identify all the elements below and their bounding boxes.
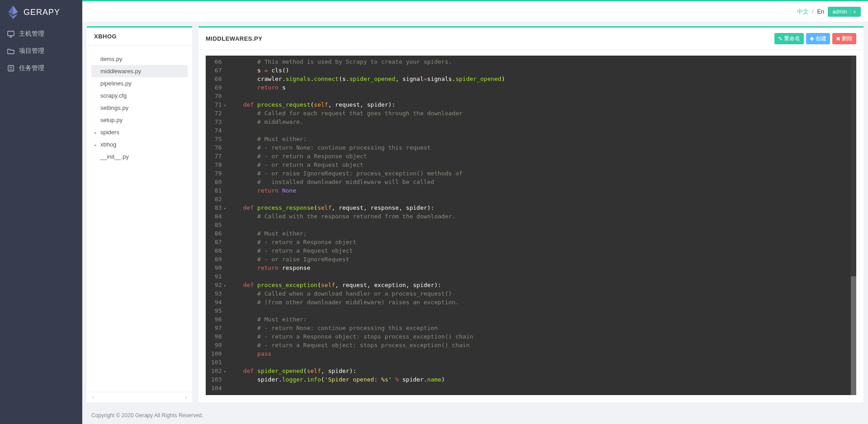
line-number: 69 <box>211 83 222 92</box>
code-line[interactable]: # - return a Request object: stops proce… <box>229 341 853 349</box>
file-tree-item[interactable]: items.py <box>91 53 188 65</box>
code-line[interactable]: def process_response(self, request, resp… <box>229 203 853 212</box>
footer-text: Copyright © 2020 Gerapy All Rights Reser… <box>82 407 868 424</box>
fold-icon[interactable]: ▾ <box>224 282 226 290</box>
line-number: 73 <box>211 118 222 126</box>
line-number: 102▾ <box>211 367 222 375</box>
delete-button[interactable]: ✖ 删除 <box>832 33 856 44</box>
code-line[interactable] <box>229 306 853 315</box>
file-tree-item[interactable]: xbhog <box>91 138 188 151</box>
code-line[interactable]: # This method is used by Scrapy to creat… <box>229 57 853 66</box>
code-line[interactable]: def process_exception(self, request, exc… <box>229 281 853 289</box>
code-line[interactable] <box>229 92 853 100</box>
code-line[interactable]: def process_request(self, request, spide… <box>229 100 853 109</box>
code-line[interactable]: # Called for each request that goes thro… <box>229 109 853 118</box>
line-number: 90 <box>211 264 222 272</box>
code-line[interactable]: # Must either: <box>229 315 853 324</box>
code-line[interactable]: # installed downloader middleware will b… <box>229 178 853 186</box>
code-editor[interactable]: 666768697071▾727374757677787980818283▾84… <box>206 56 856 395</box>
line-number: 86 <box>211 229 222 238</box>
nav-menu: 主机管理项目管理任务管理 <box>0 25 82 77</box>
lang-en[interactable]: En <box>817 8 824 15</box>
create-label: 创建 <box>816 35 826 42</box>
code-line[interactable]: # - return a Response object <box>229 238 853 246</box>
code-line[interactable]: pass <box>229 349 853 358</box>
code-line[interactable]: # Must either; <box>229 229 853 238</box>
line-number: 82 <box>211 195 222 203</box>
code-line[interactable]: # Must either: <box>229 135 853 143</box>
code-line[interactable]: # Called with the response returned from… <box>229 212 853 221</box>
lang-zh[interactable]: 中文 <box>797 8 809 15</box>
code-line[interactable] <box>229 221 853 229</box>
code-line[interactable]: # - return None: continue processing thi… <box>229 324 853 332</box>
code-line[interactable] <box>229 195 853 203</box>
editor-scrollbar-track[interactable] <box>851 56 856 395</box>
line-number: 74 <box>211 126 222 135</box>
line-number: 85 <box>211 221 222 229</box>
code-line[interactable]: # - return a Response object: stops proc… <box>229 332 853 341</box>
logo[interactable]: GERAPY <box>0 0 82 25</box>
svg-rect-7 <box>8 66 14 71</box>
file-tree: items.pymiddlewares.pypipelines.pyscrapy… <box>87 46 192 392</box>
line-number: 92▾ <box>211 281 222 289</box>
code-line[interactable]: return s <box>229 83 853 92</box>
code-line[interactable]: s = cls() <box>229 66 853 75</box>
line-number: 84 <box>211 212 222 221</box>
line-number: 94 <box>211 298 222 306</box>
lang-sep: / <box>812 8 814 15</box>
code-line[interactable]: def spider_opened(self, spider): <box>229 367 853 375</box>
editor-panel-head: MIDDLEWARES.PY ✎ 重命名 ✚ 创建 ✖ 删除 <box>198 28 863 50</box>
code-line[interactable]: crawler.signals.connect(s.spider_opened,… <box>229 75 853 83</box>
file-panel-title: XBHOG <box>87 28 192 46</box>
code-line[interactable]: # (from other downloader middleware) rai… <box>229 298 853 306</box>
sidebar-item-1[interactable]: 项目管理 <box>0 42 82 60</box>
code-line[interactable]: return None <box>229 186 853 195</box>
file-tree-item[interactable]: settings.py <box>91 102 188 114</box>
line-number: 97 <box>211 324 222 332</box>
file-panel: XBHOG items.pymiddlewares.pypipelines.py… <box>87 26 192 402</box>
code-line[interactable] <box>229 358 853 367</box>
line-number: 81 <box>211 186 222 195</box>
code-line[interactable]: return response <box>229 264 853 272</box>
file-tree-item[interactable]: spiders <box>91 126 188 138</box>
editor-panel: MIDDLEWARES.PY ✎ 重命名 ✚ 创建 ✖ 删除 <box>198 26 863 402</box>
fold-icon[interactable]: ▾ <box>224 367 226 376</box>
user-menu-button[interactable]: admin ∨ <box>828 7 861 17</box>
editor-scrollbar-thumb[interactable] <box>851 276 856 395</box>
fold-icon[interactable]: ▾ <box>224 204 226 213</box>
code-line[interactable]: # - return None: continue processing thi… <box>229 143 853 152</box>
line-number: 91 <box>211 272 222 281</box>
code-line[interactable] <box>229 384 853 392</box>
sidebar-item-2[interactable]: 任务管理 <box>0 60 82 77</box>
create-button[interactable]: ✚ 创建 <box>806 33 830 44</box>
rename-button[interactable]: ✎ 重命名 <box>774 33 804 44</box>
code-line[interactable] <box>229 126 853 135</box>
code-line[interactable]: # - return a Request object <box>229 246 853 255</box>
tree-scroll-left[interactable]: ‹ <box>92 394 94 400</box>
tree-scroll-right[interactable]: › <box>185 394 187 400</box>
file-tree-item[interactable]: setup.py <box>91 114 188 126</box>
code-line[interactable]: # middleware. <box>229 118 853 126</box>
fold-icon[interactable]: ▾ <box>224 101 226 110</box>
code-line[interactable]: # - or raise IgnoreRequest: process_exce… <box>229 169 853 178</box>
line-number: 71▾ <box>211 100 222 109</box>
plus-icon: ✚ <box>810 36 814 42</box>
file-tree-item[interactable]: pipelines.py <box>91 77 188 90</box>
line-number: 88 <box>211 246 222 255</box>
code-line[interactable]: spider.logger.info('Spider opened: %s' %… <box>229 375 853 384</box>
file-tree-item[interactable]: scrapy.cfg <box>91 90 188 102</box>
code-line[interactable]: # - or raise IgnoreRequest <box>229 255 853 264</box>
code-line[interactable]: # - or return a Request object <box>229 160 853 169</box>
line-number: 77 <box>211 152 222 160</box>
line-number: 93 <box>211 289 222 298</box>
file-tree-item[interactable]: middlewares.py <box>91 65 188 77</box>
line-number: 103 <box>211 375 222 384</box>
sidebar-item-0[interactable]: 主机管理 <box>0 25 82 42</box>
file-tree-item[interactable]: __init__.py <box>91 151 188 163</box>
code-area[interactable]: # This method is used by Scrapy to creat… <box>225 56 856 395</box>
line-number: 99 <box>211 341 222 349</box>
code-line[interactable]: # Called when a download handler or a pr… <box>229 289 853 298</box>
code-line[interactable]: # - or return a Response object <box>229 152 853 160</box>
line-number: 96 <box>211 315 222 324</box>
code-line[interactable] <box>229 272 853 281</box>
